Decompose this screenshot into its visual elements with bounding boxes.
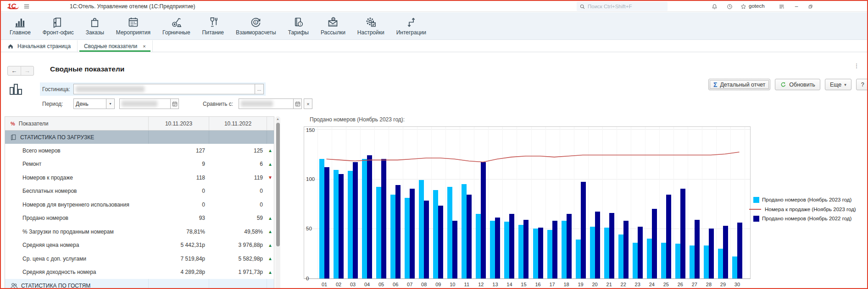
period-label: Период:	[42, 101, 63, 107]
toolbar-item-front[interactable]: Фронт-офис	[37, 15, 80, 37]
table-row[interactable]: Номеров для внутреннего использования 0 …	[5, 198, 274, 212]
period-calendar-icon[interactable]	[170, 98, 179, 109]
trend-arrow-icon: ▲	[267, 144, 274, 158]
refresh-button[interactable]: Обновить	[775, 79, 820, 90]
section-load-statistics[interactable]: СТАТИСТИКА ПО ЗАГРУЗКЕ	[5, 131, 274, 144]
current-user[interactable]: gotech	[749, 3, 765, 9]
compare-clear-icon[interactable]: ×	[304, 98, 312, 109]
main-menu-icon[interactable]	[23, 3, 30, 11]
kebab-menu-icon[interactable]: ⋮	[853, 65, 860, 74]
search-placeholder: Поиск Ctrl+Shift+F	[588, 4, 632, 9]
restore-window-icon[interactable]	[806, 2, 815, 11]
trend-arrow-icon: ▼	[267, 171, 274, 185]
compare-date-redacted	[241, 101, 273, 107]
table-row[interactable]: % Загрузки по проданным номерам 78,81% 4…	[5, 225, 274, 239]
x-axis-label: 11	[460, 282, 473, 287]
toolbar-item-gears[interactable]: Настройки	[351, 15, 390, 37]
more-button[interactable]: Еще ▾	[825, 79, 851, 90]
section-guest-statistics[interactable]: СТАТИСТИКА ПО ГОСТЯМ	[5, 279, 274, 289]
x-axis-label: 03	[346, 282, 360, 287]
period-date-input[interactable]	[119, 98, 171, 109]
x-axis-label: 24	[645, 282, 659, 287]
toolbar-item-main[interactable]: Главное	[4, 15, 37, 37]
scrollbar-thumb[interactable]	[276, 123, 280, 246]
trend-arrow-icon: ▲	[267, 212, 274, 225]
notifications-bell-icon[interactable]	[710, 2, 719, 11]
table-header[interactable]: % Показатели 10.11.2023 10.11.2022	[5, 117, 274, 131]
x-axis-label: 23	[631, 282, 645, 287]
compare-label: Сравнить с:	[203, 101, 233, 107]
table-row[interactable]: Бесплатных номеров 0 0	[5, 185, 274, 198]
table-scrollbar[interactable]: ▲	[275, 116, 280, 289]
legend-item: Номера к продаже (Ноябрь 2023 год)	[753, 205, 856, 214]
trend-arrow-icon	[267, 198, 274, 212]
close-tab-icon[interactable]: ×	[143, 44, 145, 49]
toolbar-item-integr[interactable]: Интеграции	[390, 15, 432, 37]
chart-panel: Продано номеров (Ноябрь 2023 год): 05010…	[304, 116, 868, 289]
service-menu-icon[interactable]	[777, 2, 786, 11]
x-axis-label: 15	[517, 282, 530, 287]
minimize-icon[interactable]: –	[792, 2, 801, 11]
x-axis-label: 26	[673, 282, 687, 287]
app-window: 1 1 @ 1С 1С:Отель. Управление отелем (1С…	[0, 0, 868, 289]
rooms-for-sale-line	[304, 127, 750, 278]
back-button[interactable]: ←	[8, 66, 21, 75]
chevron-down-icon: ▾	[844, 82, 846, 87]
mail-icon	[327, 16, 339, 28]
sigma-icon: Σ	[713, 81, 717, 88]
history-icon[interactable]	[725, 2, 734, 11]
people-icon	[11, 283, 17, 289]
detail-report-button[interactable]: Σ Детальный отчет	[708, 79, 770, 90]
x-axis-label: 27	[688, 282, 701, 287]
toolbar-item-food[interactable]: Питание	[196, 15, 230, 37]
compare-date-input[interactable]	[239, 98, 294, 109]
tab-home[interactable]: Начальная страница	[1, 40, 78, 52]
x-axis-label: 08	[417, 282, 431, 287]
favorites-star-icon[interactable]	[739, 2, 748, 11]
toolbar-item-events[interactable]: Мероприятия	[110, 15, 156, 37]
table-row[interactable]: Продано номеров 93 59 ▲	[5, 212, 274, 225]
column-2022[interactable]: 10.11.2022	[209, 117, 267, 130]
legend-item: Продано номеров (Ноябрь 2023 год)	[753, 195, 856, 205]
global-search-input[interactable]: Поиск Ctrl+Shift+F	[577, 2, 668, 11]
table-row[interactable]: Ср. цена с доп. услугами 7 519,84р 5 582…	[5, 252, 274, 266]
forward-button[interactable]: →	[21, 66, 34, 75]
page-title: Сводные показатели	[50, 65, 124, 73]
home-icon	[7, 43, 14, 49]
table-row[interactable]: Всего номеров 127 125 ▲	[5, 144, 274, 158]
scroll-up-icon[interactable]: ▲	[275, 117, 280, 120]
x-axis-label: 19	[574, 282, 588, 287]
toolbar-item-mail[interactable]: Рассылки	[315, 15, 351, 37]
help-button[interactable]: ?	[856, 79, 868, 90]
hotel-input[interactable]	[73, 84, 255, 94]
orders-icon	[89, 16, 101, 28]
table-row[interactable]: Номеров к продаже 118 119 ▼	[5, 171, 274, 185]
x-axis-label: 09	[431, 282, 445, 287]
toolbar-item-maid[interactable]: Горничные	[156, 15, 196, 37]
legend-item: Продано номеров (Ноябрь 2022 год)	[753, 214, 856, 224]
period-dropdown-icon[interactable]: ▾	[106, 98, 115, 109]
x-axis-label: 29	[716, 282, 730, 287]
events-icon	[127, 16, 139, 28]
column-2023[interactable]: 10.11.2023	[148, 117, 209, 130]
trend-arrow-icon	[267, 185, 274, 198]
refresh-icon	[780, 82, 786, 88]
table-row[interactable]: Ремонт 9 6 ▲	[5, 158, 274, 171]
toolbar-item-orders[interactable]: Заказы	[80, 15, 110, 37]
x-axis-label: 01	[317, 282, 331, 287]
tab-summary-indicators[interactable]: Сводные показатели ×	[78, 40, 153, 52]
legend-color-swatch	[753, 216, 759, 222]
1c-logo: 1С	[7, 2, 16, 10]
x-axis-label: 02	[332, 282, 345, 287]
food-icon	[207, 16, 219, 28]
x-axis-label: 12	[474, 282, 488, 287]
toolbar-item-settl[interactable]: Взаиморасчеты	[230, 15, 282, 37]
settl-icon	[250, 16, 262, 28]
table-row[interactable]: Средняя цена номера 5 442,31р 3 976,88р …	[5, 239, 274, 252]
compare-calendar-icon[interactable]	[293, 98, 302, 109]
hotel-browse-button[interactable]: ...	[255, 84, 264, 94]
table-row[interactable]: Средняя доходность номера 4 289,28р 1 97…	[5, 266, 274, 279]
x-axis-label: 16	[531, 282, 545, 287]
period-select[interactable]: День	[73, 98, 106, 109]
toolbar-item-tariff[interactable]: Тарифы	[282, 15, 315, 37]
